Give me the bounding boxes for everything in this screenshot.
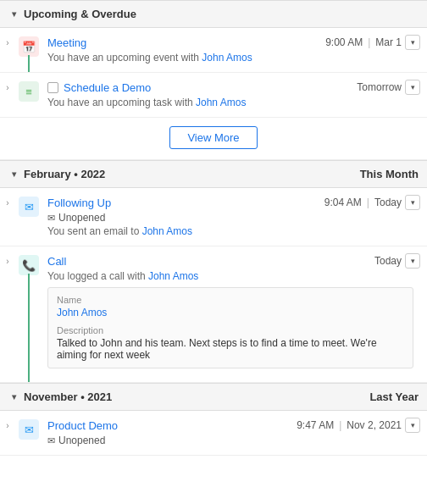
badge-icon: ✉ — [47, 213, 55, 224]
section-header-february[interactable]: ▾ February • 2022 This Month — [0, 160, 427, 188]
contact-link[interactable]: John Amos — [148, 270, 198, 282]
item-title-left: Call — [47, 255, 66, 268]
section-badge: This Month — [360, 168, 419, 180]
section-badge: Last Year — [369, 390, 419, 403]
time-separator: | — [368, 36, 370, 48]
view-more-row: View More — [0, 118, 427, 160]
time-value: 9:00 AM — [325, 36, 363, 48]
item-time: Today▾ — [374, 253, 420, 269]
dropdown-button[interactable]: ▾ — [405, 418, 420, 433]
item-title-row: Schedule a DemoTomorrow▾ — [47, 80, 420, 95]
expand-arrow[interactable]: › — [0, 246, 15, 382]
content-col: CallToday▾You logged a call with John Am… — [42, 246, 427, 382]
content-col: Product Demo9:47 AM|Nov 2, 2021▾✉Unopene… — [42, 411, 427, 455]
app-container: ▾ Upcoming & Overdue ›📅Meeting9:00 AM|Ma… — [0, 0, 427, 456]
badge-icon: ✉ — [47, 435, 55, 446]
chevron-icon[interactable]: ▾ — [8, 392, 19, 402]
item-subtitle: You have an upcoming event with John Amo… — [47, 52, 420, 64]
chevron-icon[interactable]: ▾ — [8, 169, 19, 180]
item-title-row: Meeting9:00 AM|Mar 1▾ — [47, 35, 420, 50]
dropdown-button[interactable]: ▾ — [405, 35, 420, 50]
detail-name-value[interactable]: John Amos — [57, 307, 404, 318]
section-header-november[interactable]: ▾ November • 2021 Last Year — [0, 383, 427, 411]
dropdown-button[interactable]: ▾ — [405, 253, 420, 269]
section-header-left: ▾ Upcoming & Overdue — [8, 8, 136, 20]
chevron-icon[interactable]: ▾ — [8, 9, 19, 19]
item-title-link[interactable]: Schedule a Demo — [64, 81, 151, 94]
task-checkbox[interactable] — [47, 82, 58, 93]
task-icon: ≡ — [19, 81, 39, 102]
icon-col: 📅 — [15, 28, 42, 72]
contact-link[interactable]: John Amos — [196, 97, 246, 108]
item-title-row: CallToday▾ — [47, 253, 420, 269]
time-value: 9:04 AM — [324, 197, 362, 208]
dropdown-button[interactable]: ▾ — [405, 195, 420, 210]
content-col: Schedule a DemoTomorrow▾You have an upco… — [42, 73, 427, 117]
item-title-link[interactable]: Following Up — [47, 197, 111, 209]
time-value: 9:47 AM — [297, 419, 334, 431]
dropdown-button[interactable]: ▾ — [405, 80, 420, 95]
activity-item-meeting: ›📅Meeting9:00 AM|Mar 1▾You have an upcom… — [0, 28, 427, 73]
item-subtitle: You logged a call with John Amos — [47, 270, 420, 282]
detail-desc-label: Description — [57, 325, 404, 335]
item-title-link[interactable]: Meeting — [47, 36, 86, 49]
item-time: 9:04 AM|Today▾ — [324, 195, 420, 210]
content-col: Following Up9:04 AM|Today▾✉UnopenedYou s… — [42, 188, 427, 246]
content-col: Meeting9:00 AM|Mar 1▾You have an upcomin… — [42, 28, 427, 72]
item-title-left: Following Up — [47, 197, 111, 209]
item-subtitle: You sent an email to John Amos — [47, 225, 420, 237]
item-title-left: Schedule a Demo — [47, 81, 151, 94]
detail-name-label: Name — [57, 295, 404, 305]
contact-link[interactable]: John Amos — [202, 52, 252, 64]
item-title-link[interactable]: Product Demo — [47, 419, 118, 432]
section-title: February • 2022 — [24, 168, 105, 180]
item-title-row: Product Demo9:47 AM|Nov 2, 2021▾ — [47, 418, 420, 433]
badge-label: Unopened — [58, 435, 105, 446]
detail-card: NameJohn AmosDescriptionTalked to John a… — [47, 287, 413, 368]
expand-arrow[interactable]: › — [0, 188, 15, 246]
activity-item-product-demo: ›✉Product Demo9:47 AM|Nov 2, 2021▾✉Unope… — [0, 411, 427, 456]
date-value: Today — [374, 255, 402, 267]
item-subtitle: You have an upcoming task with John Amos — [47, 97, 420, 108]
event-icon: 📅 — [19, 36, 39, 57]
email-icon: ✉ — [19, 197, 39, 217]
item-title-link[interactable]: Call — [47, 255, 66, 268]
section-title: November • 2021 — [24, 390, 112, 403]
activity-item-following-up: ›✉Following Up9:04 AM|Today▾✉UnopenedYou… — [0, 188, 427, 246]
activity-item-call: ›📞CallToday▾You logged a call with John … — [0, 246, 427, 383]
contact-link[interactable]: John Amos — [142, 225, 192, 237]
date-value: Nov 2, 2021 — [347, 419, 402, 431]
call-icon: 📞 — [19, 255, 39, 275]
date-value: Tomorrow — [357, 81, 402, 93]
item-time: Tomorrow▾ — [357, 80, 420, 95]
detail-desc-value: Talked to John and his team. Next steps … — [57, 337, 404, 361]
expand-arrow[interactable]: › — [0, 28, 15, 72]
section-header-left: ▾ November • 2021 — [8, 390, 112, 403]
item-title-left: Product Demo — [47, 419, 118, 432]
date-value: Today — [374, 197, 402, 208]
time-separator: | — [339, 419, 341, 431]
expand-arrow[interactable]: › — [0, 411, 15, 455]
item-badge: ✉Unopened — [47, 212, 420, 224]
item-badge: ✉Unopened — [47, 435, 420, 446]
expand-arrow[interactable]: › — [0, 73, 15, 117]
email-icon: ✉ — [19, 419, 39, 440]
date-value: Mar 1 — [375, 36, 402, 48]
badge-label: Unopened — [58, 212, 105, 224]
item-time: 9:00 AM|Mar 1▾ — [325, 35, 420, 50]
view-more-button[interactable]: View More — [169, 126, 257, 149]
item-title-left: Meeting — [47, 36, 86, 49]
section-header-left: ▾ February • 2022 — [8, 168, 105, 180]
item-title-row: Following Up9:04 AM|Today▾ — [47, 195, 420, 210]
time-separator: | — [367, 197, 369, 208]
section-header-upcoming[interactable]: ▾ Upcoming & Overdue — [0, 0, 427, 28]
item-time: 9:47 AM|Nov 2, 2021▾ — [297, 418, 420, 433]
icon-col: 📞 — [15, 246, 42, 382]
icon-col: ✉ — [15, 411, 42, 455]
activity-item-schedule-demo: ›≡Schedule a DemoTomorrow▾You have an up… — [0, 73, 427, 118]
icon-col: ≡ — [15, 73, 42, 117]
section-title: Upcoming & Overdue — [24, 8, 136, 20]
icon-col: ✉ — [15, 188, 42, 246]
